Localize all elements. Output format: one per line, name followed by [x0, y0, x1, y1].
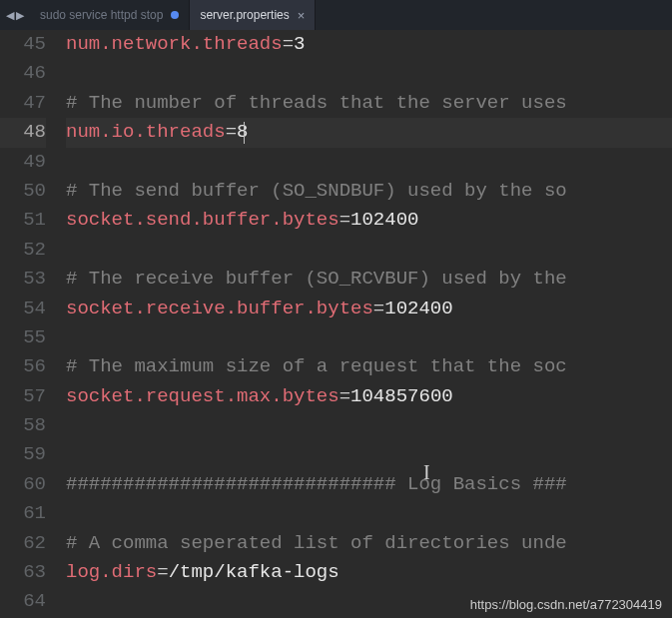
code-line[interactable]: # The number of threads that the server …: [66, 89, 672, 118]
equals-sign: =: [339, 209, 350, 231]
editor-tab[interactable]: server.properties×: [190, 0, 316, 30]
code-line[interactable]: # The send buffer (SO_SNDBUF) used by th…: [66, 177, 672, 206]
equals-sign: =: [226, 121, 237, 143]
line-number: 59: [0, 440, 46, 469]
code-line[interactable]: socket.send.buffer.bytes=102400: [66, 206, 672, 235]
close-icon[interactable]: ×: [298, 8, 306, 23]
unsaved-dot-icon: [171, 11, 179, 19]
line-number: 45: [0, 30, 46, 59]
property-key: socket.send.buffer.bytes: [66, 209, 339, 231]
line-number: 50: [0, 177, 46, 206]
line-number-gutter: 4546474849505152535455565758596061626364: [0, 30, 56, 618]
tab-nav-left-icon[interactable]: ◀: [6, 9, 14, 22]
equals-sign: =: [339, 385, 350, 407]
property-key: log.dirs: [66, 561, 157, 583]
comment-text: # The number of threads that the server …: [66, 92, 567, 114]
property-value: 102400: [384, 298, 452, 319]
code-line[interactable]: [66, 440, 672, 469]
code-line[interactable]: # A comma seperated list of directories …: [66, 529, 672, 558]
tab-bar: ◀ ▶ sudo service httpd stopserver.proper…: [0, 0, 672, 30]
code-area[interactable]: num.network.threads=3# The number of thr…: [56, 30, 672, 618]
code-line[interactable]: [66, 236, 672, 265]
code-line[interactable]: log.dirs=/tmp/kafka-logs: [66, 558, 672, 587]
tab-label: server.properties: [200, 8, 289, 22]
line-number: 49: [0, 148, 46, 177]
code-line[interactable]: num.network.threads=3: [66, 30, 672, 59]
tab-nav-right-icon[interactable]: ▶: [16, 9, 24, 22]
line-number: 61: [0, 499, 46, 528]
code-line[interactable]: # The receive buffer (SO_RCVBUF) used by…: [66, 265, 672, 294]
property-value: /tmp/kafka-logs: [169, 561, 339, 583]
property-key: num.network.threads: [66, 33, 283, 55]
comment-text: ############################# Log Basics…: [66, 473, 567, 495]
code-line[interactable]: [66, 148, 672, 177]
line-number: 63: [0, 558, 46, 587]
line-number: 47: [0, 89, 46, 118]
caret-icon: [244, 122, 245, 144]
line-number: 54: [0, 295, 46, 323]
property-value: 8: [237, 121, 248, 143]
equals-sign: =: [157, 561, 168, 583]
code-line[interactable]: # The maximum size of a request that the…: [66, 352, 672, 381]
code-line[interactable]: [66, 323, 672, 352]
property-key: num.io.threads: [66, 121, 226, 143]
code-line[interactable]: ############################# Log Basics…: [66, 470, 672, 499]
code-line[interactable]: [66, 59, 672, 88]
line-number: 57: [0, 382, 46, 411]
property-key: socket.request.max.bytes: [66, 385, 339, 407]
line-number: 64: [0, 587, 46, 616]
line-number: 52: [0, 236, 46, 265]
property-value: 3: [294, 33, 305, 55]
code-line[interactable]: num.io.threads=8: [66, 118, 672, 147]
comment-text: # The receive buffer (SO_RCVBUF) used by…: [66, 268, 567, 290]
property-value: 104857600: [350, 385, 453, 407]
line-number: 48: [0, 118, 46, 147]
property-key: socket.receive.buffer.bytes: [66, 298, 373, 319]
code-editor[interactable]: 4546474849505152535455565758596061626364…: [0, 30, 672, 618]
comment-text: # The maximum size of a request that the…: [66, 355, 567, 377]
comment-text: # The send buffer (SO_SNDBUF) used by th…: [66, 180, 567, 202]
code-line[interactable]: socket.receive.buffer.bytes=102400: [66, 295, 672, 323]
code-line[interactable]: socket.request.max.bytes=104857600: [66, 382, 672, 411]
line-number: 51: [0, 206, 46, 235]
tab-nav-arrows: ◀ ▶: [6, 9, 24, 22]
line-number: 58: [0, 411, 46, 440]
editor-tab[interactable]: sudo service httpd stop: [30, 0, 190, 30]
line-number: 60: [0, 470, 46, 499]
line-number: 46: [0, 59, 46, 88]
code-line[interactable]: [66, 499, 672, 528]
comment-text: # A comma seperated list of directories …: [66, 532, 567, 554]
line-number: 56: [0, 352, 46, 381]
equals-sign: =: [283, 33, 294, 55]
line-number: 62: [0, 529, 46, 558]
code-line[interactable]: [66, 587, 672, 616]
tab-label: sudo service httpd stop: [40, 8, 163, 22]
equals-sign: =: [373, 298, 384, 319]
code-line[interactable]: [66, 411, 672, 440]
line-number: 53: [0, 265, 46, 294]
property-value: 102400: [350, 209, 418, 231]
line-number: 55: [0, 323, 46, 352]
